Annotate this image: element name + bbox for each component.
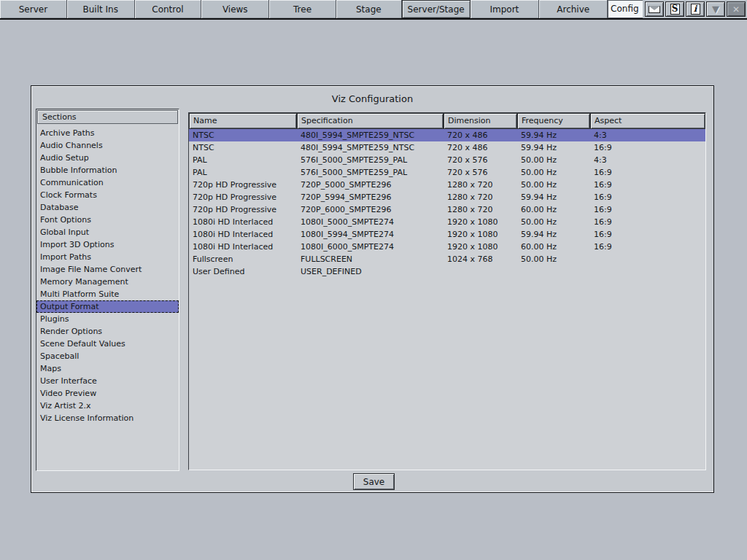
table-cell: 16:9: [590, 141, 705, 154]
script-icon-glyph: S: [670, 4, 680, 15]
minimize-icon[interactable]: ▼: [706, 1, 725, 17]
table-cell: 720P_5994_SMPTE296: [297, 191, 444, 203]
table-cell: 16:9: [590, 179, 705, 191]
column-header-frequency[interactable]: Frequency: [517, 113, 590, 129]
column-header-specification[interactable]: Specification: [297, 113, 444, 129]
table-row[interactable]: PAL576I_5000_SMPTE259_PAL720 x 57650.00 …: [189, 166, 705, 179]
save-button[interactable]: Save: [353, 473, 395, 490]
table-row[interactable]: 720p HD Progressive720P_5000_SMPTE296128…: [189, 179, 705, 191]
table-row[interactable]: FullscreenFULLSCREEN1024 x 76850.00 Hz: [189, 253, 705, 265]
table-cell: 50.00 Hz: [517, 154, 590, 166]
table-cell: 16:9: [590, 191, 705, 203]
section-item-memory-management[interactable]: Memory Management: [36, 276, 179, 288]
table-row[interactable]: 720p HD Progressive720P_6000_SMPTE296128…: [189, 203, 705, 216]
section-item-output-format[interactable]: Output Format: [36, 300, 179, 313]
table-cell: 59.94 Hz: [517, 228, 590, 241]
table-row[interactable]: PAL576I_5000_SMPTE259_PAL720 x 57650.00 …: [189, 154, 705, 166]
table-cell: 1080I_5000_SMPTE274: [297, 216, 444, 228]
menu-tab-import[interactable]: Import: [471, 0, 540, 18]
table-row[interactable]: NTSC480I_5994_SMPTE259_NTSC720 x 48659.9…: [189, 141, 705, 154]
table-cell: [590, 253, 705, 265]
script-icon[interactable]: S: [665, 1, 684, 17]
table-cell: NTSC: [189, 129, 297, 141]
column-header-dimension[interactable]: Dimension: [444, 113, 517, 129]
table-cell: 1280 x 720: [444, 191, 517, 203]
mail-icon-glyph: [649, 6, 660, 13]
section-item-viz-license-information[interactable]: Viz License Information: [36, 412, 179, 424]
section-item-database[interactable]: Database: [36, 201, 179, 214]
section-item-image-file-name-convert[interactable]: Image File Name Convert: [36, 263, 179, 276]
viz-configuration-dialog: Viz Configuration Sections Archive Paths…: [31, 85, 714, 493]
table-row[interactable]: 1080i HD Interlaced1080I_6000_SMPTE27419…: [189, 241, 705, 253]
section-item-bubble-information[interactable]: Bubble Information: [36, 164, 179, 176]
table-row[interactable]: 1080i HD Interlaced1080I_5994_SMPTE27419…: [189, 228, 705, 241]
menu-tab-control[interactable]: Control: [135, 0, 202, 18]
menu-tab-server-stage[interactable]: Server/Stage: [402, 0, 471, 18]
menu-tab-stage[interactable]: Stage: [336, 0, 402, 18]
section-item-import-paths[interactable]: Import Paths: [36, 251, 179, 263]
table-cell: 720 x 576: [444, 166, 517, 179]
section-item-spaceball[interactable]: Spaceball: [36, 350, 179, 362]
section-item-import-3d-options[interactable]: Import 3D Options: [36, 238, 179, 251]
table-cell: 16:9: [590, 216, 705, 228]
dialog-title: Viz Configuration: [31, 93, 713, 104]
table-cell: 720P_6000_SMPTE296: [297, 203, 444, 216]
close-icon-glyph: ✕: [732, 5, 740, 14]
section-item-user-interface[interactable]: User Interface: [36, 375, 179, 387]
section-item-scene-default-values[interactable]: Scene Default Values: [36, 338, 179, 350]
table-cell: 16:9: [590, 241, 705, 253]
section-item-multi-platform-suite[interactable]: Multi Platform Suite: [36, 288, 179, 300]
column-header-aspect[interactable]: Aspect: [590, 113, 705, 129]
output-format-table: NameSpecificationDimensionFrequencyAspec…: [188, 112, 706, 470]
table-cell: 1920 x 1080: [444, 216, 517, 228]
table-cell: 720 x 486: [444, 141, 517, 154]
mail-icon[interactable]: [645, 1, 664, 17]
section-item-global-input[interactable]: Global Input: [36, 226, 179, 238]
menu-tab-tree[interactable]: Tree: [269, 0, 336, 18]
section-item-plugins[interactable]: Plugins: [36, 313, 179, 325]
table-cell: User Defined: [189, 265, 297, 278]
table-cell: 720 x 576: [444, 154, 517, 166]
menu-tab-views[interactable]: Views: [201, 0, 269, 18]
section-item-clock-formats[interactable]: Clock Formats: [36, 189, 179, 201]
section-item-audio-setup[interactable]: Audio Setup: [36, 152, 179, 164]
menu-tab-built-ins[interactable]: Built Ins: [67, 0, 135, 18]
table-cell: NTSC: [189, 141, 297, 154]
table-cell: 16:9: [590, 166, 705, 179]
section-item-maps[interactable]: Maps: [36, 362, 179, 375]
table-cell: 1920 x 1080: [444, 228, 517, 241]
column-header-name[interactable]: Name: [189, 113, 297, 129]
table-row[interactable]: 720p HD Progressive720P_5994_SMPTE296128…: [189, 191, 705, 203]
table-cell: 1080I_6000_SMPTE274: [297, 241, 444, 253]
table-cell: [444, 265, 517, 278]
table-cell: 720p HD Progressive: [189, 191, 297, 203]
tab-config[interactable]: Config: [608, 0, 643, 18]
menu-tab-archive[interactable]: Archive: [539, 0, 608, 18]
menu-tab-server[interactable]: Server: [0, 0, 67, 18]
table-cell: 50.00 Hz: [517, 166, 590, 179]
section-item-font-options[interactable]: Font Options: [36, 214, 179, 226]
section-item-archive-paths[interactable]: Archive Paths: [36, 127, 179, 139]
table-cell: USER_DEFINED: [297, 265, 444, 278]
table-cell: 720P_5000_SMPTE296: [297, 179, 444, 191]
section-item-communication[interactable]: Communication: [36, 176, 179, 189]
section-item-video-preview[interactable]: Video Preview: [36, 387, 179, 400]
close-icon[interactable]: ✕: [727, 1, 746, 17]
table-cell: 1080i HD Interlaced: [189, 241, 297, 253]
table-cell: 50.00 Hz: [517, 216, 590, 228]
table-cell: 720p HD Progressive: [189, 179, 297, 191]
section-item-render-options[interactable]: Render Options: [36, 325, 179, 338]
sections-list: Archive PathsAudio ChannelsAudio SetupBu…: [36, 125, 179, 424]
license-icon-glyph: i: [691, 4, 700, 15]
table-row[interactable]: NTSC480I_5994_SMPTE259_NTSC720 x 48659.9…: [189, 129, 705, 141]
table-row[interactable]: 1080i HD Interlaced1080I_5000_SMPTE27419…: [189, 216, 705, 228]
table-row[interactable]: User DefinedUSER_DEFINED: [189, 265, 705, 278]
table-cell: 59.94 Hz: [517, 129, 590, 141]
section-item-audio-channels[interactable]: Audio Channels: [36, 139, 179, 152]
table-cell: FULLSCREEN: [297, 253, 444, 265]
table-cell: 480I_5994_SMPTE259_NTSC: [297, 129, 444, 141]
section-item-viz-artist-2-x[interactable]: Viz Artist 2.x: [36, 400, 179, 412]
table-cell: 59.94 Hz: [517, 141, 590, 154]
table-cell: 720p HD Progressive: [189, 203, 297, 216]
license-icon[interactable]: i: [686, 1, 705, 17]
